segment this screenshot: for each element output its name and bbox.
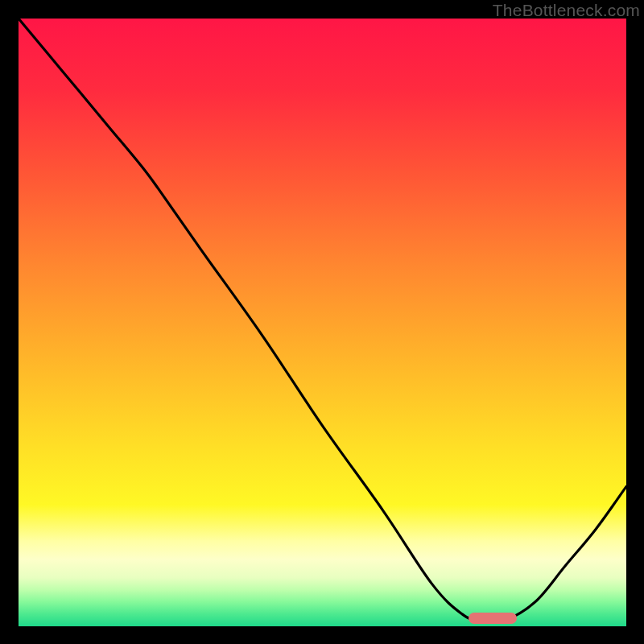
watermark-text: TheBottleneck.com [493,1,640,20]
plot-area [19,19,626,626]
chart-frame: TheBottleneck.com [0,0,644,644]
optimal-range-marker [469,613,517,624]
bottleneck-curve [19,19,626,626]
